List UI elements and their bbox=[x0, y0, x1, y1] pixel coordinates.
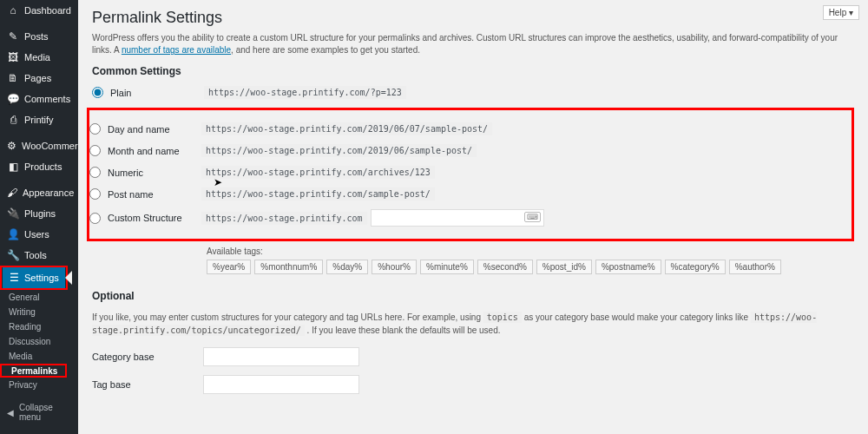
available-tags-label: Available tags: bbox=[207, 247, 854, 256]
url-custom-base: https://woo-stage.printify.com bbox=[201, 212, 367, 225]
page-title: Permalink Settings bbox=[92, 9, 854, 27]
label-plain: Plain bbox=[110, 88, 204, 98]
sidebar-item-pages[interactable]: 🗎Pages bbox=[0, 68, 78, 89]
media-icon: 🖾 bbox=[7, 51, 19, 63]
tag-button[interactable]: %hour% bbox=[372, 260, 417, 274]
tag-base-row: Tag base bbox=[92, 375, 854, 394]
label-month-name: Month and name bbox=[108, 146, 201, 156]
category-base-input[interactable] bbox=[203, 347, 359, 366]
structure-post-name: Post name https://woo-stage.printify.com… bbox=[89, 187, 848, 201]
settings-icon: ☰ bbox=[10, 272, 19, 284]
label-numeric: Numeric bbox=[108, 168, 201, 178]
radio-day-name[interactable] bbox=[89, 123, 101, 135]
sidebar-item-posts[interactable]: ✎Posts bbox=[0, 26, 78, 47]
sub-item-media[interactable]: Media bbox=[0, 349, 78, 364]
tag-button[interactable]: %category% bbox=[665, 260, 726, 274]
help-button[interactable]: Help ▾ bbox=[823, 5, 859, 20]
structure-custom: Custom Structure https://woo-stage.print… bbox=[89, 209, 848, 227]
sidebar-item-label: Posts bbox=[24, 31, 49, 42]
radio-custom[interactable] bbox=[89, 213, 101, 224]
sidebar-item-label: Appearance bbox=[23, 187, 74, 198]
highlight-box: Day and name https://woo-stage.printify.… bbox=[87, 108, 854, 241]
custom-structure-input[interactable] bbox=[371, 209, 544, 227]
sidebar-item-tools[interactable]: 🔧Tools bbox=[0, 245, 78, 266]
tag-button[interactable]: %postname% bbox=[595, 260, 661, 274]
sidebar-item-label: Users bbox=[24, 229, 49, 240]
woocommerce-icon: ⚙ bbox=[7, 140, 16, 152]
tag-button[interactable]: %monthnum% bbox=[254, 260, 323, 274]
settings-content: Help ▾ Permalink Settings WordPress offe… bbox=[78, 0, 868, 434]
sub-item-discussion[interactable]: Discussion bbox=[0, 334, 78, 349]
sidebar-item-settings[interactable]: ☰Settings bbox=[3, 267, 65, 288]
structure-plain: Plain https://woo-stage.printify.com/?p=… bbox=[92, 86, 854, 99]
tools-icon: 🔧 bbox=[7, 249, 19, 261]
radio-plain[interactable] bbox=[92, 87, 103, 98]
pin-icon: ✎ bbox=[7, 30, 19, 43]
sidebar-item-comments[interactable]: 💬Comments bbox=[0, 89, 78, 109]
sidebar-item-printify[interactable]: ⎙Printify bbox=[0, 109, 78, 130]
products-icon: ◧ bbox=[7, 161, 19, 173]
category-base-row: Category base bbox=[92, 347, 854, 366]
tag-button[interactable]: %second% bbox=[477, 260, 533, 274]
admin-sidebar: ⌂Dashboard ✎Posts 🖾Media 🗎Pages 💬Comment… bbox=[0, 0, 78, 434]
structure-day-name: Day and name https://woo-stage.printify.… bbox=[89, 122, 848, 135]
structure-numeric: Numeric https://woo-stage.printify.com/a… bbox=[89, 166, 848, 179]
optional-description: If you like, you may enter custom struct… bbox=[92, 311, 854, 337]
category-base-label: Category base bbox=[92, 352, 203, 362]
sidebar-item-products[interactable]: ◧Products bbox=[0, 156, 78, 177]
label-custom: Custom Structure bbox=[108, 213, 201, 223]
sidebar-item-label: Pages bbox=[24, 73, 51, 83]
page-icon: 🗎 bbox=[7, 72, 19, 84]
sidebar-item-users[interactable]: 👤Users bbox=[0, 224, 78, 245]
tag-button[interactable]: %day% bbox=[326, 260, 368, 274]
sidebar-item-plugins[interactable]: 🔌Plugins bbox=[0, 203, 78, 224]
sidebar-item-label: Plugins bbox=[24, 208, 56, 219]
tag-button[interactable]: %minute% bbox=[420, 260, 474, 274]
sub-item-writing[interactable]: Writing bbox=[0, 305, 78, 319]
sidebar-item-label: Dashboard bbox=[24, 5, 71, 16]
tag-base-input[interactable] bbox=[203, 375, 359, 394]
users-icon: 👤 bbox=[7, 228, 19, 240]
radio-numeric[interactable] bbox=[89, 167, 101, 178]
sub-item-general[interactable]: General bbox=[0, 290, 78, 305]
tag-button[interactable]: %author% bbox=[729, 260, 781, 274]
appearance-icon: 🖌 bbox=[7, 187, 17, 199]
sidebar-item-label: Products bbox=[24, 161, 62, 172]
collapse-icon: ◀ bbox=[7, 408, 14, 418]
sub-item-reading[interactable]: Reading bbox=[0, 319, 78, 334]
available-tags: %year%%monthnum%%day%%hour%%minute%%seco… bbox=[207, 256, 854, 274]
sub-item-privacy[interactable]: Privacy bbox=[0, 378, 78, 392]
label-day-name: Day and name bbox=[108, 124, 201, 135]
url-month-name: https://woo-stage.printify.com/2019/06/s… bbox=[201, 144, 477, 157]
common-settings-heading: Common Settings bbox=[92, 65, 854, 77]
dashboard-icon: ⌂ bbox=[7, 4, 19, 16]
sidebar-item-woocommerce[interactable]: ⚙WooCommerce bbox=[0, 135, 78, 156]
sidebar-item-media[interactable]: 🖾Media bbox=[0, 47, 78, 68]
sidebar-item-label: Media bbox=[24, 52, 50, 62]
url-day-name: https://woo-stage.printify.com/2019/06/0… bbox=[201, 122, 492, 135]
tags-available-link[interactable]: number of tags are available bbox=[122, 45, 231, 55]
sidebar-item-dashboard[interactable]: ⌂Dashboard bbox=[0, 0, 78, 21]
structure-month-name: Month and name https://woo-stage.printif… bbox=[89, 144, 848, 157]
plugins-icon: 🔌 bbox=[7, 207, 19, 220]
keyboard-icon: ⌨ bbox=[524, 212, 541, 222]
radio-post-name[interactable] bbox=[89, 188, 101, 200]
sidebar-item-label: Settings bbox=[24, 273, 59, 283]
label-post-name: Post name bbox=[108, 189, 201, 200]
printify-icon: ⎙ bbox=[7, 114, 19, 126]
collapse-menu[interactable]: ◀Collapse menu bbox=[0, 398, 78, 427]
sidebar-item-label: Comments bbox=[24, 94, 70, 104]
tag-button[interactable]: %post_id% bbox=[536, 260, 592, 274]
page-description: WordPress offers you the ability to crea… bbox=[92, 32, 854, 56]
radio-month-name[interactable] bbox=[89, 145, 101, 156]
optional-heading: Optional bbox=[92, 290, 854, 302]
sub-item-permalinks[interactable]: Permalinks bbox=[3, 364, 64, 378]
sidebar-item-label: Printify bbox=[24, 115, 54, 125]
url-post-name: https://woo-stage.printify.com/sample-po… bbox=[201, 187, 435, 201]
comments-icon: 💬 bbox=[7, 93, 19, 105]
tag-button[interactable]: %year% bbox=[207, 260, 251, 274]
sidebar-item-appearance[interactable]: 🖌Appearance bbox=[0, 182, 78, 203]
url-numeric: https://woo-stage.printify.com/archives/… bbox=[201, 166, 435, 179]
sidebar-item-label: Tools bbox=[24, 250, 47, 260]
tag-base-label: Tag base bbox=[92, 379, 203, 390]
